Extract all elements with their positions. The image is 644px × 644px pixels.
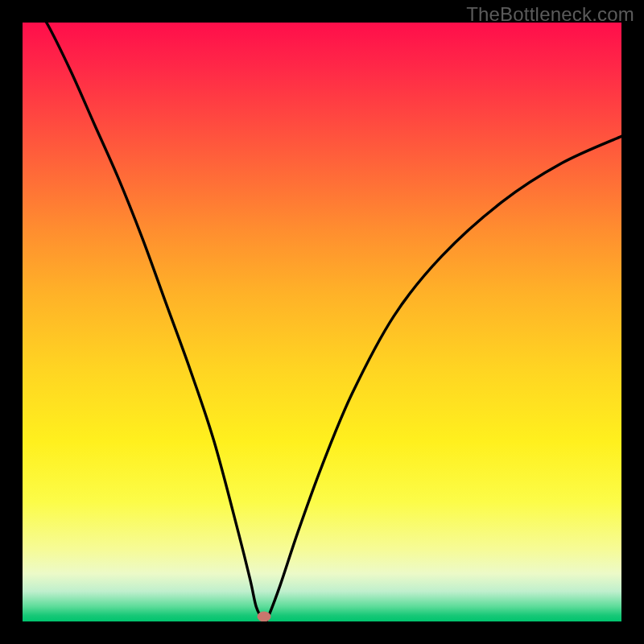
optimal-point-marker — [257, 612, 270, 621]
bottleneck-curve — [23, 23, 621, 621]
chart-frame: TheBottleneck.com — [0, 0, 644, 644]
watermark-text: TheBottleneck.com — [466, 3, 634, 26]
plot-area — [23, 23, 621, 621]
